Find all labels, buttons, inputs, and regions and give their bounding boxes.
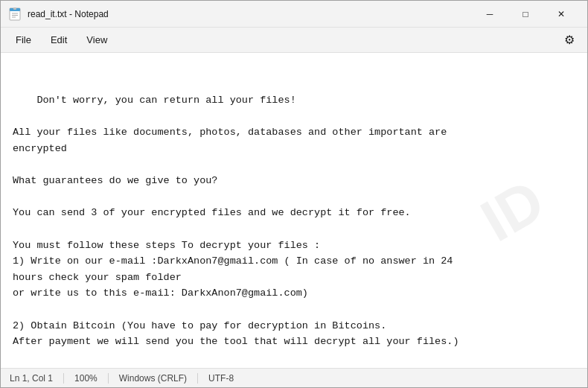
- cursor-position: Ln 1, Col 1: [10, 373, 64, 384]
- file-menu[interactable]: File: [7, 31, 40, 48]
- menubar-left: File Edit View: [7, 31, 116, 48]
- menubar: File Edit View ⚙: [1, 28, 587, 53]
- svg-rect-5: [13, 7, 16, 10]
- file-text: Don't worry, you can return all your fil…: [13, 95, 459, 347]
- text-content-area[interactable]: ID Don't worry, you can return all your …: [1, 53, 587, 368]
- titlebar: read_it.txt - Notepad ─ □ ✕: [1, 1, 587, 28]
- titlebar-controls: ─ □ ✕: [473, 2, 578, 26]
- close-button[interactable]: ✕: [544, 2, 578, 26]
- watermark: ID: [472, 170, 553, 251]
- window-title: read_it.txt - Notepad: [28, 9, 109, 19]
- minimize-button[interactable]: ─: [473, 2, 507, 26]
- notepad-window: read_it.txt - Notepad ─ □ ✕ File Edit Vi…: [0, 0, 588, 388]
- zoom-level: 100%: [74, 373, 109, 384]
- maximize-button[interactable]: □: [508, 2, 543, 26]
- view-menu[interactable]: View: [77, 31, 116, 48]
- statusbar: Ln 1, Col 1 100% Windows (CRLF) UTF-8: [1, 368, 587, 387]
- edit-menu[interactable]: Edit: [42, 31, 76, 48]
- app-icon: [8, 7, 22, 21]
- encoding: UTF-8: [208, 373, 244, 384]
- settings-button[interactable]: ⚙: [557, 29, 581, 51]
- line-ending: Windows (CRLF): [119, 373, 198, 384]
- titlebar-left: read_it.txt - Notepad: [8, 7, 109, 21]
